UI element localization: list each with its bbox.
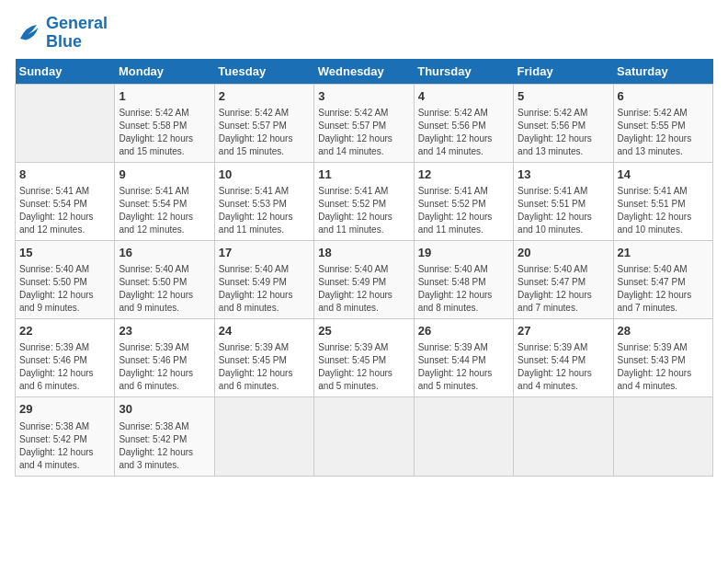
day-number: 9 — [119, 167, 210, 183]
logo-text: General Blue — [46, 15, 108, 52]
day-detail: Sunrise: 5:41 AMSunset: 5:53 PMDaylight:… — [219, 185, 310, 236]
week-row-2: 8Sunrise: 5:41 AMSunset: 5:54 PMDaylight… — [16, 162, 713, 240]
empty-cell — [16, 84, 115, 162]
empty-cell — [514, 397, 613, 476]
day-number: 24 — [219, 323, 310, 339]
logo: General Blue — [15, 15, 108, 52]
day-cell-22: 22Sunrise: 5:39 AMSunset: 5:46 PMDayligh… — [16, 319, 115, 397]
day-detail: Sunrise: 5:41 AMSunset: 5:54 PMDaylight:… — [119, 185, 210, 236]
day-cell-27: 27Sunrise: 5:39 AMSunset: 5:44 PMDayligh… — [514, 319, 613, 397]
day-number: 12 — [418, 167, 509, 183]
day-cell-2: 2Sunrise: 5:42 AMSunset: 5:57 PMDaylight… — [214, 84, 313, 162]
day-number: 21 — [618, 245, 709, 261]
day-detail: Sunrise: 5:40 AMSunset: 5:49 PMDaylight:… — [318, 263, 409, 315]
day-cell-4: 4Sunrise: 5:42 AMSunset: 5:56 PMDaylight… — [414, 84, 513, 162]
day-number: 4 — [418, 88, 509, 105]
col-header-tuesday: Tuesday — [214, 59, 313, 85]
day-detail: Sunrise: 5:41 AMSunset: 5:52 PMDaylight:… — [418, 185, 509, 236]
day-cell-14: 14Sunrise: 5:41 AMSunset: 5:51 PMDayligh… — [613, 162, 712, 240]
col-header-saturday: Saturday — [613, 59, 712, 85]
day-cell-29: 29Sunrise: 5:38 AMSunset: 5:42 PMDayligh… — [16, 397, 115, 476]
day-cell-1: 1Sunrise: 5:42 AMSunset: 5:58 PMDaylight… — [115, 84, 214, 162]
day-cell-20: 20Sunrise: 5:40 AMSunset: 5:47 PMDayligh… — [514, 240, 613, 318]
day-cell-9: 9Sunrise: 5:41 AMSunset: 5:54 PMDaylight… — [115, 162, 214, 240]
day-detail: Sunrise: 5:40 AMSunset: 5:49 PMDaylight:… — [219, 263, 310, 315]
day-number: 13 — [518, 167, 609, 183]
day-cell-3: 3Sunrise: 5:42 AMSunset: 5:57 PMDaylight… — [314, 84, 414, 162]
day-detail: Sunrise: 5:39 AMSunset: 5:45 PMDaylight:… — [318, 341, 409, 393]
day-cell-18: 18Sunrise: 5:40 AMSunset: 5:49 PMDayligh… — [314, 240, 414, 318]
day-detail: Sunrise: 5:39 AMSunset: 5:45 PMDaylight:… — [219, 341, 310, 393]
day-detail: Sunrise: 5:41 AMSunset: 5:54 PMDaylight:… — [19, 185, 110, 236]
day-cell-30: 30Sunrise: 5:38 AMSunset: 5:42 PMDayligh… — [115, 397, 214, 476]
calendar-table: SundayMondayTuesdayWednesdayThursdayFrid… — [15, 59, 713, 477]
day-detail: Sunrise: 5:41 AMSunset: 5:51 PMDaylight:… — [618, 185, 709, 236]
day-detail: Sunrise: 5:42 AMSunset: 5:58 PMDaylight:… — [119, 107, 210, 158]
day-cell-10: 10Sunrise: 5:41 AMSunset: 5:53 PMDayligh… — [214, 162, 313, 240]
day-number: 23 — [119, 323, 210, 339]
day-number: 20 — [518, 245, 609, 261]
day-number: 28 — [618, 323, 709, 339]
day-cell-13: 13Sunrise: 5:41 AMSunset: 5:51 PMDayligh… — [514, 162, 613, 240]
day-number: 19 — [418, 245, 509, 261]
week-row-4: 22Sunrise: 5:39 AMSunset: 5:46 PMDayligh… — [16, 319, 713, 397]
day-detail: Sunrise: 5:42 AMSunset: 5:57 PMDaylight:… — [318, 107, 409, 158]
day-detail: Sunrise: 5:42 AMSunset: 5:57 PMDaylight:… — [219, 107, 310, 158]
day-detail: Sunrise: 5:42 AMSunset: 5:56 PMDaylight:… — [518, 107, 609, 158]
day-number: 5 — [518, 88, 609, 105]
day-detail: Sunrise: 5:39 AMSunset: 5:46 PMDaylight:… — [19, 341, 110, 393]
day-number: 3 — [318, 88, 409, 105]
day-detail: Sunrise: 5:38 AMSunset: 5:42 PMDaylight:… — [119, 420, 210, 472]
day-detail: Sunrise: 5:38 AMSunset: 5:42 PMDaylight:… — [19, 420, 110, 472]
empty-cell — [613, 397, 712, 476]
day-number: 1 — [119, 88, 210, 105]
day-detail: Sunrise: 5:40 AMSunset: 5:47 PMDaylight:… — [618, 263, 709, 315]
calendar-header-row: SundayMondayTuesdayWednesdayThursdayFrid… — [16, 59, 713, 85]
day-detail: Sunrise: 5:39 AMSunset: 5:44 PMDaylight:… — [418, 341, 509, 393]
day-number: 26 — [418, 323, 509, 339]
day-number: 29 — [19, 401, 110, 418]
empty-cell — [414, 397, 513, 476]
day-detail: Sunrise: 5:39 AMSunset: 5:46 PMDaylight:… — [119, 341, 210, 393]
day-number: 6 — [618, 88, 709, 105]
day-detail: Sunrise: 5:40 AMSunset: 5:48 PMDaylight:… — [418, 263, 509, 315]
day-cell-5: 5Sunrise: 5:42 AMSunset: 5:56 PMDaylight… — [514, 84, 613, 162]
day-number: 30 — [119, 401, 210, 418]
day-detail: Sunrise: 5:40 AMSunset: 5:50 PMDaylight:… — [119, 263, 210, 315]
day-cell-17: 17Sunrise: 5:40 AMSunset: 5:49 PMDayligh… — [214, 240, 313, 318]
day-detail: Sunrise: 5:40 AMSunset: 5:50 PMDaylight:… — [19, 263, 110, 315]
day-cell-19: 19Sunrise: 5:40 AMSunset: 5:48 PMDayligh… — [414, 240, 513, 318]
col-header-thursday: Thursday — [414, 59, 513, 85]
day-detail: Sunrise: 5:40 AMSunset: 5:47 PMDaylight:… — [518, 263, 609, 315]
day-detail: Sunrise: 5:42 AMSunset: 5:56 PMDaylight:… — [418, 107, 509, 158]
day-cell-15: 15Sunrise: 5:40 AMSunset: 5:50 PMDayligh… — [16, 240, 115, 318]
day-cell-16: 16Sunrise: 5:40 AMSunset: 5:50 PMDayligh… — [115, 240, 214, 318]
day-cell-28: 28Sunrise: 5:39 AMSunset: 5:43 PMDayligh… — [613, 319, 712, 397]
logo-icon — [15, 19, 42, 47]
day-detail: Sunrise: 5:41 AMSunset: 5:52 PMDaylight:… — [318, 185, 409, 236]
day-number: 10 — [219, 167, 310, 183]
day-cell-25: 25Sunrise: 5:39 AMSunset: 5:45 PMDayligh… — [314, 319, 414, 397]
day-number: 16 — [119, 245, 210, 261]
col-header-wednesday: Wednesday — [314, 59, 414, 85]
week-row-5: 29Sunrise: 5:38 AMSunset: 5:42 PMDayligh… — [16, 397, 713, 476]
day-cell-8: 8Sunrise: 5:41 AMSunset: 5:54 PMDaylight… — [16, 162, 115, 240]
day-cell-11: 11Sunrise: 5:41 AMSunset: 5:52 PMDayligh… — [314, 162, 414, 240]
day-number: 18 — [318, 245, 409, 261]
col-header-friday: Friday — [514, 59, 613, 85]
empty-cell — [214, 397, 313, 476]
day-detail: Sunrise: 5:39 AMSunset: 5:43 PMDaylight:… — [618, 341, 709, 393]
day-number: 22 — [19, 323, 110, 339]
day-number: 2 — [219, 88, 310, 105]
day-cell-23: 23Sunrise: 5:39 AMSunset: 5:46 PMDayligh… — [115, 319, 214, 397]
day-number: 11 — [318, 167, 409, 183]
day-number: 8 — [19, 167, 110, 183]
day-detail: Sunrise: 5:39 AMSunset: 5:44 PMDaylight:… — [518, 341, 609, 393]
day-number: 15 — [19, 245, 110, 261]
day-cell-12: 12Sunrise: 5:41 AMSunset: 5:52 PMDayligh… — [414, 162, 513, 240]
day-number: 25 — [318, 323, 409, 339]
day-detail: Sunrise: 5:41 AMSunset: 5:51 PMDaylight:… — [518, 185, 609, 236]
col-header-monday: Monday — [115, 59, 214, 85]
day-cell-26: 26Sunrise: 5:39 AMSunset: 5:44 PMDayligh… — [414, 319, 513, 397]
day-number: 27 — [518, 323, 609, 339]
